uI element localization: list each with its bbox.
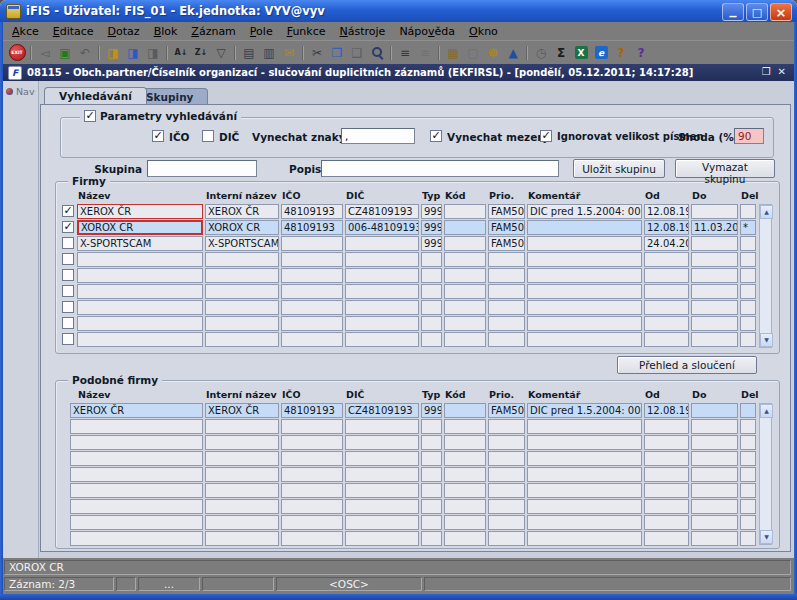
popis-input[interactable] [321,160,559,177]
table-cell[interactable] [740,403,756,418]
empty-table-cell[interactable] [644,531,689,546]
empty-table-cell[interactable] [444,467,486,482]
skupina-input[interactable] [147,160,257,177]
copy-icon[interactable]: ❐ [327,44,347,62]
browser-icon[interactable]: e [591,44,611,62]
empty-table-cell[interactable] [444,332,486,347]
empty-table-cell[interactable] [421,419,442,434]
empty-table-cell[interactable] [345,284,419,299]
table-cell[interactable]: 24.04.2008 [644,236,689,251]
empty-table-cell[interactable] [644,483,689,498]
empty-table-cell[interactable] [281,467,343,482]
search-params-checkbox[interactable] [84,110,96,122]
help-icon[interactable]: ? [631,44,651,62]
empty-table-cell[interactable] [281,268,343,283]
table-cell[interactable]: 11.03.2000 [691,220,738,235]
empty-table-cell[interactable] [205,531,279,546]
empty-table-cell[interactable] [70,499,203,514]
empty-table-cell[interactable] [691,332,738,347]
table-cell[interactable]: 12.08.1999 [644,403,689,418]
empty-table-cell[interactable] [77,300,203,315]
context-help-icon[interactable]: ? [611,44,631,62]
empty-table-cell[interactable] [70,467,203,482]
empty-table-cell[interactable] [488,268,525,283]
summit-icon[interactable]: ▲ [503,44,523,62]
row-select-checkbox[interactable] [62,221,74,233]
table-cell[interactable] [691,403,738,418]
empty-table-cell[interactable] [644,467,689,482]
sort-descending-icon[interactable]: Z↓ [191,44,211,62]
menu-item[interactable]: Záznam [184,23,243,40]
empty-table-cell[interactable] [281,451,343,466]
empty-table-cell[interactable] [205,419,279,434]
empty-table-cell[interactable] [644,252,689,267]
empty-table-cell[interactable] [740,419,756,434]
table-cell[interactable] [345,236,419,251]
empty-table-cell[interactable] [421,499,442,514]
empty-table-cell[interactable] [488,531,525,546]
empty-table-cell[interactable] [488,252,525,267]
empty-table-cell[interactable] [281,300,343,315]
table-cell[interactable] [740,236,756,251]
empty-table-cell[interactable] [527,451,642,466]
empty-table-cell[interactable] [444,499,486,514]
empty-table-cell[interactable] [740,284,756,299]
empty-table-cell[interactable] [205,268,279,283]
empty-table-cell[interactable] [527,531,642,546]
sort-ascending-icon[interactable]: A↓ [171,44,191,62]
table-cell[interactable] [444,403,486,418]
empty-table-cell[interactable] [488,515,525,530]
table-cell[interactable]: 006-48109193 [345,220,419,235]
empty-table-cell[interactable] [70,435,203,450]
row-select-checkbox[interactable] [62,333,74,345]
empty-table-cell[interactable] [345,316,419,331]
empty-table-cell[interactable] [444,483,486,498]
table-cell[interactable]: 999 [421,236,442,251]
exit-icon[interactable]: EXIT [7,44,27,62]
empty-table-cell[interactable] [421,531,442,546]
menu-item[interactable]: Funkce [280,23,333,40]
empty-table-cell[interactable] [740,515,756,530]
empty-table-cell[interactable] [527,284,642,299]
empty-table-cell[interactable] [488,451,525,466]
empty-table-cell[interactable] [345,467,419,482]
empty-table-cell[interactable] [740,467,756,482]
empty-table-cell[interactable] [527,483,642,498]
row-select-checkbox[interactable] [62,205,74,217]
tab-vyhledavani[interactable]: Vyhledávání [44,87,147,104]
empty-table-cell[interactable] [205,451,279,466]
empty-table-cell[interactable] [527,515,642,530]
block-list-icon[interactable]: ≡ [415,44,435,62]
empty-table-cell[interactable] [345,531,419,546]
table-cell[interactable]: X-SPORTSCAM [77,236,203,251]
empty-table-cell[interactable] [70,483,203,498]
table-cell[interactable] [281,236,343,251]
empty-table-cell[interactable] [77,332,203,347]
empty-table-cell[interactable] [644,515,689,530]
empty-table-cell[interactable] [691,451,738,466]
row-select-checkbox[interactable] [62,253,74,265]
empty-table-cell[interactable] [70,419,203,434]
menu-item[interactable]: Nápověda [392,23,462,40]
table-cell[interactable]: DIC pred 1.5.2004: 006-481091 [527,403,642,418]
cut-icon[interactable]: ✂ [307,44,327,62]
empty-table-cell[interactable] [444,300,486,315]
empty-table-cell[interactable] [488,316,525,331]
table-cell[interactable]: CZ48109193 [345,403,419,418]
empty-table-cell[interactable] [644,435,689,450]
empty-table-cell[interactable] [740,268,756,283]
empty-table-cell[interactable] [444,419,486,434]
empty-table-cell[interactable] [281,284,343,299]
row-select-checkbox[interactable] [62,301,74,313]
empty-table-cell[interactable] [421,268,442,283]
empty-table-cell[interactable] [740,252,756,267]
empty-table-cell[interactable] [421,435,442,450]
empty-table-cell[interactable] [740,300,756,315]
table-cell[interactable]: 999 [421,403,442,418]
scroll-down-icon[interactable]: ▼ [760,530,773,544]
clipboard-icon[interactable]: ▦ [443,44,463,62]
empty-table-cell[interactable] [691,483,738,498]
open-query-icon[interactable]: ◨ [123,44,143,62]
print-preview-icon[interactable]: ▥ [259,44,279,62]
empty-table-cell[interactable] [691,435,738,450]
